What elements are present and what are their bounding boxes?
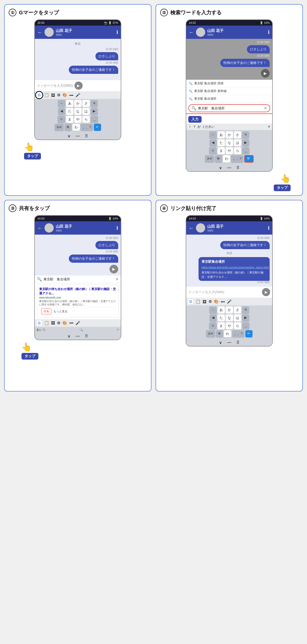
- kb-back-4[interactable]: ←: [209, 306, 217, 314]
- suggestion-2-2[interactable]: 🔍 東京駅 集合場所: [186, 95, 272, 103]
- sug-kudasai-2[interactable]: ください: [202, 125, 214, 129]
- sug-drop-2[interactable]: ∨: [268, 125, 270, 129]
- kb-toolbar-mic-4[interactable]: 🎤: [227, 299, 232, 304]
- kb-toolbar-gear-1[interactable]: ⚙: [57, 93, 60, 97]
- kb-toolbar-mic-1[interactable]: 🎤: [75, 93, 80, 97]
- kb-search-2[interactable]: 🔍: [244, 155, 254, 163]
- sug-ga-2[interactable]: が: [198, 125, 201, 129]
- info-icon-2[interactable]: ℹ: [268, 29, 270, 35]
- kb-ha-2[interactable]: は: [234, 139, 241, 146]
- kb-lang-2[interactable]: あai: [205, 155, 214, 163]
- kb-ta-1[interactable]: た: [66, 108, 73, 115]
- send-btn-1[interactable]: ▶: [74, 82, 83, 90]
- kb-globe-4[interactable]: ⊕: [216, 330, 223, 337]
- kb-toolbar-clip-1[interactable]: 📋: [44, 93, 49, 97]
- back-btn-2[interactable]: ←: [189, 29, 194, 35]
- back-btn-1[interactable]: ←: [37, 29, 42, 35]
- kb-lang-1[interactable]: あai: [54, 124, 64, 131]
- kb-wa-2[interactable]: わ: [223, 155, 230, 163]
- kb-toolbar-img-3[interactable]: 🖼: [51, 321, 55, 325]
- suggestion-2-1[interactable]: 🔍 東京駅 集合場所 新幹線: [186, 87, 272, 95]
- kb-del-2[interactable]: ✕: [242, 131, 249, 139]
- search-input-2[interactable]: 東京駅 集合場所: [198, 106, 262, 111]
- kb-globe-2[interactable]: ⊕: [215, 155, 222, 163]
- kb-punc-4[interactable]: 。、?: [232, 330, 245, 337]
- kb-wa-4[interactable]: わ: [224, 330, 231, 337]
- sug-question-2[interactable]: ？: [193, 125, 196, 129]
- clear-icon-2[interactable]: ✕: [264, 106, 267, 111]
- kb-ta-4[interactable]: た: [217, 314, 225, 321]
- kb-toolbar-gear-3[interactable]: ⚙: [57, 321, 60, 325]
- kb-toolbar-art-4[interactable]: 🎨: [214, 299, 219, 304]
- kb-globe-1[interactable]: ⊕: [64, 124, 72, 131]
- kb-toolbar-more-4[interactable]: •••: [221, 300, 225, 304]
- kb-a-4[interactable]: あ: [217, 306, 225, 314]
- info-icon-1[interactable]: ℹ: [116, 29, 118, 35]
- kb-enter-1[interactable]: ↵: [94, 124, 101, 131]
- kb-na-1[interactable]: な: [74, 108, 82, 115]
- kb-na-4[interactable]: な: [226, 314, 233, 321]
- send-btn-2[interactable]: ▶: [261, 69, 270, 78]
- kb-toolbar-art-1[interactable]: 🎨: [62, 93, 67, 97]
- kb-ka-4[interactable]: か: [226, 306, 233, 314]
- kb-search-bottom-3[interactable]: 🔍: [79, 328, 83, 331]
- kb-toolbar-mic-3[interactable]: 🎤: [75, 321, 80, 325]
- kb-space-4[interactable]: ＿: [242, 322, 249, 329]
- send-btn-3[interactable]: ▶: [109, 265, 118, 273]
- kb-smile-2[interactable]: ☺: [209, 147, 216, 154]
- kb-left-4[interactable]: ◀: [210, 314, 217, 321]
- kb-left-2[interactable]: ◀: [210, 139, 217, 146]
- kb-toolbar-clip-4[interactable]: 📋: [196, 299, 201, 304]
- kb-ma-4[interactable]: ま: [217, 322, 225, 329]
- kb-ra-2[interactable]: ら: [234, 147, 241, 154]
- google-key-4[interactable]: G: [188, 299, 194, 304]
- kb-punc-1[interactable]: 。、?: [81, 124, 93, 131]
- kb-toolbar-more-1[interactable]: •••: [69, 93, 73, 97]
- suggestion-2-0[interactable]: 🔍 東京駅 集合場所 団体: [186, 80, 272, 87]
- kb-sa-1[interactable]: さ: [82, 100, 90, 107]
- kb-a-1[interactable]: あ: [66, 100, 73, 107]
- kb-del-4[interactable]: ✕: [242, 306, 249, 314]
- kb-ta-2[interactable]: た: [217, 139, 225, 146]
- kb-ya-4[interactable]: や: [226, 322, 233, 329]
- kb-wa-1[interactable]: わ: [72, 124, 80, 131]
- kb-ya-1[interactable]: や: [74, 116, 82, 123]
- kb-ra-4[interactable]: ら: [234, 322, 241, 329]
- kb-toolbar-clip-3[interactable]: 📋: [44, 321, 49, 325]
- kb-ha-4[interactable]: は: [234, 314, 241, 321]
- kb-right-2[interactable]: ▶: [242, 139, 249, 146]
- back-btn-3[interactable]: ←: [37, 225, 42, 231]
- kb-left-1[interactable]: ◀: [58, 108, 65, 115]
- clear-icon-3[interactable]: ✕: [115, 277, 119, 282]
- kb-ra-1[interactable]: ら: [82, 116, 90, 123]
- kb-lang-4[interactable]: あai: [206, 330, 215, 337]
- share-btn-3[interactable]: 共有: [41, 308, 51, 314]
- google-key-3[interactable]: G: [36, 320, 42, 326]
- sug-exclaim-2[interactable]: ！: [188, 125, 191, 129]
- kb-space-1[interactable]: ＿: [91, 116, 98, 123]
- kb-del-1[interactable]: ✕: [91, 100, 98, 107]
- kb-right-1[interactable]: ▶: [91, 108, 98, 115]
- kb-ma-1[interactable]: ま: [66, 116, 73, 123]
- kb-back-1[interactable]: ←: [58, 100, 65, 107]
- kb-toolbar-img-1[interactable]: 🖼: [51, 93, 55, 97]
- kb-toolbar-art-3[interactable]: 🎨: [62, 321, 67, 325]
- kb-toolbar-img-4[interactable]: 🖼: [203, 300, 206, 304]
- kb-ka-2[interactable]: か: [226, 131, 233, 139]
- info-icon-4[interactable]: ℹ: [268, 225, 270, 231]
- google-key-1[interactable]: G: [36, 92, 42, 98]
- kb-punc-2[interactable]: 。、?: [231, 155, 244, 163]
- kb-ha-1[interactable]: は: [82, 108, 90, 115]
- kb-ya-2[interactable]: や: [226, 147, 233, 154]
- more-btn-3[interactable]: もっと見る: [53, 309, 68, 313]
- kb-enter-4[interactable]: ↵: [245, 330, 253, 337]
- kb-sa-4[interactable]: さ: [234, 306, 241, 314]
- kb-a-2[interactable]: あ: [217, 131, 225, 139]
- kb-back-2[interactable]: ←: [209, 131, 217, 139]
- kb-smile-4[interactable]: ☺: [209, 322, 216, 329]
- kb-space-2[interactable]: ＿: [242, 147, 249, 154]
- kb-ma-2[interactable]: ま: [217, 147, 225, 154]
- kb-sa-2[interactable]: さ: [234, 131, 241, 139]
- kb-smile-1[interactable]: ☺: [58, 116, 65, 123]
- kb-toolbar-gear-4[interactable]: ⚙: [209, 299, 212, 304]
